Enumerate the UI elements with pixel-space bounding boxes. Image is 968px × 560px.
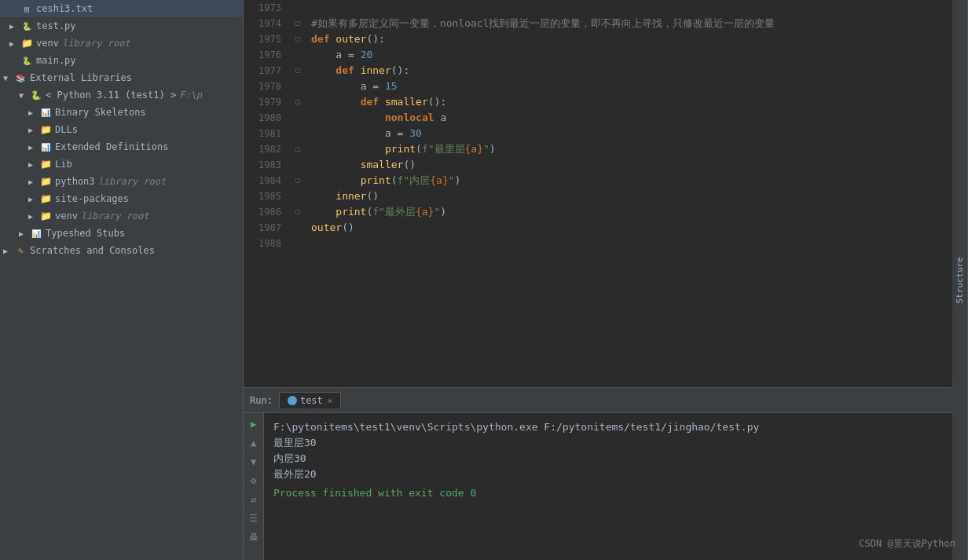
code-line-1980: nonlocal a [311, 110, 952, 126]
structure-label[interactable]: Structure [952, 249, 967, 312]
fold-1983 [291, 157, 305, 173]
fstr-1984: f"内层 [398, 173, 431, 188]
run-output-line1: 最里层30 [273, 435, 943, 451]
run-settings-button[interactable]: ⚙ [246, 473, 262, 489]
ln-1979: 1979 [244, 94, 281, 110]
sidebar-item-scratches[interactable]: ▶ ✎ Scratches and Consoles [0, 242, 243, 259]
sidebar-item-python311[interactable]: ▼ 🐍 < Python 3.11 (test1) > F:\p [0, 86, 243, 104]
code-area: 1973 1974 1975 1976 1977 1978 1979 1980 … [244, 0, 952, 560]
python-icon: 🐍 [30, 89, 42, 101]
fold-1982[interactable]: ◻ [291, 141, 305, 157]
run-output-line3: 最外层20 [273, 467, 943, 482]
code-line-1977: def inner(): [311, 63, 952, 79]
code-line-1981: a = 30 [311, 126, 952, 141]
fstr-1986: f"最外层 [372, 204, 416, 220]
sidebar-item-site-packages[interactable]: ▶ 📁 site-packages [0, 190, 243, 207]
sidebar-item-dlls[interactable]: ▶ 📁 DLLs [0, 121, 243, 138]
fn-smaller-call: smaller [361, 157, 404, 173]
code-line-1986: print(f"最外层{a}") [311, 204, 952, 220]
run-output-line2: 内层30 [273, 451, 943, 467]
folder-icon-python3: 📁 [39, 175, 52, 188]
paren-close-1984: ) [455, 173, 461, 188]
indent-1983 [311, 157, 361, 173]
sidebar-item-lib[interactable]: ▶ 📁 Lib [0, 156, 243, 173]
sidebar-item-testpy[interactable]: ▶ 🐍 test.py [0, 17, 243, 35]
fn-inner-call: inner [336, 188, 366, 204]
fvar-1982: {a} [465, 141, 483, 157]
arrow-extlibs: ▼ [3, 74, 14, 82]
structure-tab[interactable]: Structure [952, 0, 968, 560]
arrow-typeshed: ▶ [19, 229, 30, 238]
arrow-venv: ▶ [9, 39, 20, 48]
fold-gutter: ◻ ◻ ◻ ◻ ◻ ◻ ◻ [291, 0, 305, 387]
num-30: 30 [409, 126, 422, 141]
fn-smaller: smaller [385, 94, 428, 110]
fold-1984[interactable]: ◻ [291, 173, 305, 188]
run-finish-msg: Process finished with exit code 0 [273, 485, 943, 501]
indent-1977 [311, 63, 336, 79]
paren-open-1982: ( [416, 141, 422, 157]
arrow-binary: ▶ [28, 108, 39, 117]
run-print-button[interactable]: 🖶 [246, 529, 262, 545]
arrow-lib: ▶ [28, 160, 39, 169]
fstr-1982: f"最里层 [422, 141, 465, 157]
arrow-extended: ▶ [28, 143, 39, 152]
kw-def-1977: def [336, 63, 360, 79]
num-20: 20 [361, 47, 373, 63]
run-tabs-bar: Run: test × [244, 388, 952, 413]
sidebar-item-mainpy[interactable]: 🐍 main.py [0, 52, 243, 69]
fold-1973 [291, 0, 305, 16]
indent-1976 [311, 47, 336, 63]
fold-1986[interactable]: ◻ [291, 204, 305, 220]
sidebar-item-ceshi3[interactable]: ▤ ceshi3.txt [0, 0, 243, 17]
num-15: 15 [385, 79, 398, 94]
run-tab-test[interactable]: test × [279, 392, 342, 408]
fn-print-1982: print [385, 141, 416, 157]
sidebar-item-typeshed[interactable]: ▶ 📊 Typeshed Stubs [0, 225, 243, 242]
fold-1979[interactable]: ◻ [291, 94, 305, 110]
file-tree[interactable]: ▤ ceshi3.txt ▶ 🐍 test.py ▶ 📁 venv librar… [0, 0, 244, 560]
sidebar-item-binary-skeletons[interactable]: ▶ 📊 Binary Skeletons [0, 104, 243, 121]
code-line-1984: print(f"内层{a}") [311, 173, 952, 188]
sidebar-label-venv-lib: venv [55, 210, 78, 221]
fold-1980 [291, 110, 305, 126]
fold-1977[interactable]: ◻ [291, 63, 305, 79]
indent-1979 [311, 94, 361, 110]
fold-1974[interactable]: ◻ [291, 16, 305, 31]
sidebar-item-extlibs[interactable]: ▼ 📚 External Libraries [0, 69, 243, 86]
indent-1984 [311, 173, 361, 188]
python311-muted: F:\p [179, 90, 202, 101]
sidebar-item-venv[interactable]: ▶ 📁 venv library root [0, 35, 243, 52]
eq-1976: = [348, 47, 361, 63]
code-text[interactable]: #如果有多层定义同一变量，nonloacl找到最近一层的变量，即不再向上寻找，只… [305, 0, 952, 387]
run-wrap-button[interactable]: ⇄ [246, 492, 262, 507]
fvar-1984: {a} [430, 173, 448, 188]
arrow-dlls: ▶ [28, 126, 39, 134]
arrow-venv-lib: ▶ [28, 212, 39, 221]
run-clear-button[interactable]: ☰ [246, 511, 262, 526]
sidebar-item-python3[interactable]: ▶ 📁 python3 library root [0, 173, 243, 190]
run-up-button[interactable]: ▲ [246, 435, 262, 451]
run-content: F:\pytonitems\test1\venv\Scripts\python.… [264, 413, 952, 560]
sidebar-item-extended-defs[interactable]: ▶ 📊 Extended Definitions [0, 138, 243, 156]
call-1987: () [342, 220, 354, 236]
sidebar-item-venv-lib[interactable]: ▶ 📁 venv library root [0, 207, 243, 225]
ln-1984: 1984 [244, 173, 281, 188]
fold-1985 [291, 188, 305, 204]
ln-1976: 1976 [244, 47, 281, 63]
fn-outer-call: outer [311, 220, 342, 236]
run-command-line: F:\pytonitems\test1\venv\Scripts\python.… [273, 419, 943, 435]
ln-1973: 1973 [244, 0, 281, 16]
fold-1975[interactable]: ◻ [291, 31, 305, 47]
paren-open-1986: ( [366, 204, 372, 220]
python3-muted: library root [98, 176, 167, 187]
run-tab-close[interactable]: × [328, 396, 333, 406]
fold-1988 [291, 236, 305, 251]
sidebar-label-dlls: DLLs [55, 124, 78, 135]
run-panel: Run: test × ▶ ▲ ▼ ⚙ ⇄ ☰ 🖶 [244, 387, 952, 560]
indent-1981 [311, 126, 385, 141]
run-play-button[interactable]: ▶ [246, 416, 262, 432]
code-line-1985: inner() [311, 188, 952, 204]
run-down-button[interactable]: ▼ [246, 454, 262, 470]
fstr-close-1982: " [483, 141, 490, 157]
